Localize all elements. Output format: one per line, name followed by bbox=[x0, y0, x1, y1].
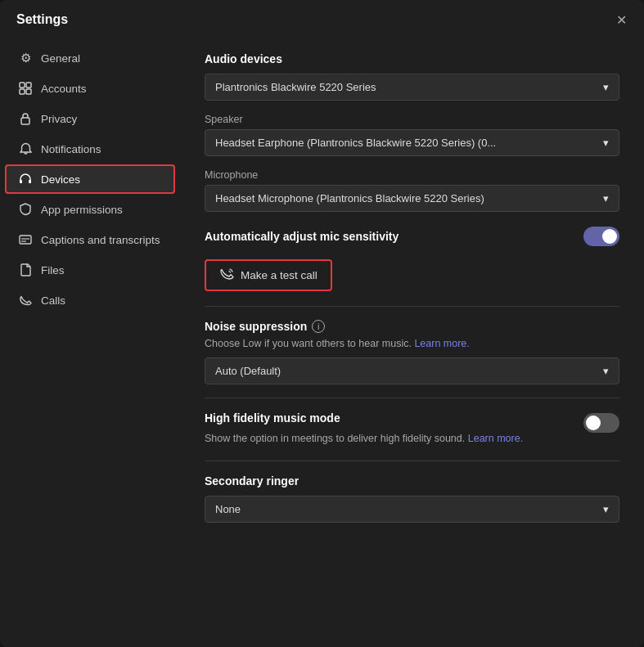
divider-3 bbox=[205, 461, 619, 461]
sidebar-item-general[interactable]: ⚙ General bbox=[5, 43, 175, 73]
divider-2 bbox=[205, 398, 619, 398]
secondary-ringer-title: Secondary ringer bbox=[205, 474, 619, 487]
sidebar-item-notifications[interactable]: Notifications bbox=[5, 134, 175, 164]
test-call-label: Make a test call bbox=[241, 269, 317, 281]
headset-icon bbox=[18, 172, 33, 186]
title-bar: Settings ✕ bbox=[0, 0, 644, 36]
hifi-sub-text: Show the option in meetings to deliver h… bbox=[205, 433, 574, 444]
speaker-section: Speaker Headset Earphone (Plantronics Bl… bbox=[205, 114, 619, 156]
noise-sub-text: Choose Low if you want others to hear mu… bbox=[205, 338, 619, 349]
sidebar-label-privacy: Privacy bbox=[41, 113, 77, 125]
hifi-toggle[interactable] bbox=[583, 413, 619, 433]
sidebar-item-devices[interactable]: Devices bbox=[5, 164, 175, 194]
noise-learn-more-link[interactable]: Learn more. bbox=[414, 338, 469, 349]
microphone-value: Headset Microphone (Plantronics Blackwir… bbox=[215, 192, 484, 204]
phone-icon bbox=[18, 293, 33, 308]
noise-suppression-section: Noise suppression i Choose Low if you wa… bbox=[205, 320, 619, 384]
svg-rect-1 bbox=[26, 83, 31, 88]
chevron-down-icon: ▾ bbox=[603, 503, 609, 515]
secondary-ringer-value: None bbox=[215, 503, 241, 515]
chevron-down-icon: ▾ bbox=[603, 192, 609, 204]
toggle-knob bbox=[602, 229, 617, 244]
file-icon bbox=[18, 263, 33, 277]
chevron-down-icon: ▾ bbox=[603, 137, 609, 149]
sidebar-item-privacy[interactable]: Privacy bbox=[5, 104, 175, 133]
chevron-down-icon: ▾ bbox=[603, 81, 609, 93]
sidebar-label-devices: Devices bbox=[41, 173, 80, 186]
sidebar-item-captions[interactable]: Captions and transcripts bbox=[5, 225, 175, 254]
test-call-button[interactable]: Make a test call bbox=[205, 259, 332, 291]
microphone-label: Microphone bbox=[205, 169, 619, 181]
content-area: ⚙ General Accounts bbox=[0, 36, 644, 647]
divider-1 bbox=[205, 306, 619, 307]
audio-devices-section: Audio devices Plantronics Blackwire 5220… bbox=[205, 52, 619, 101]
svg-rect-0 bbox=[20, 83, 25, 88]
hifi-learn-more-link[interactable]: Learn more. bbox=[468, 433, 523, 444]
sidebar-label-general: General bbox=[41, 52, 80, 65]
microphone-dropdown[interactable]: Headset Microphone (Plantronics Blackwir… bbox=[205, 185, 619, 212]
sidebar-label-calls: Calls bbox=[41, 294, 65, 307]
hifi-text: High fidelity music mode Show the option… bbox=[205, 411, 574, 452]
sidebar-label-files: Files bbox=[41, 264, 65, 276]
window-title: Settings bbox=[16, 12, 68, 27]
close-button[interactable]: ✕ bbox=[611, 10, 631, 29]
info-icon[interactable]: i bbox=[312, 320, 325, 333]
noise-value: Auto (Default) bbox=[215, 365, 281, 377]
lock-icon bbox=[18, 111, 33, 126]
noise-title-row: Noise suppression i bbox=[205, 320, 619, 333]
auto-mic-toggle[interactable] bbox=[583, 227, 619, 246]
microphone-section: Microphone Headset Microphone (Plantroni… bbox=[205, 169, 619, 212]
noise-suppression-title: Noise suppression bbox=[205, 320, 307, 333]
speaker-dropdown[interactable]: Headset Earphone (Plantronics Blackwire … bbox=[205, 129, 619, 156]
sidebar-item-accounts[interactable]: Accounts bbox=[5, 74, 175, 103]
svg-rect-3 bbox=[26, 89, 31, 94]
main-content: Audio devices Plantronics Blackwire 5220… bbox=[180, 36, 644, 647]
sidebar-item-calls[interactable]: Calls bbox=[5, 285, 175, 315]
sidebar: ⚙ General Accounts bbox=[0, 36, 180, 647]
bell-icon bbox=[18, 142, 33, 156]
speaker-label: Speaker bbox=[205, 114, 619, 125]
hifi-section: High fidelity music mode Show the option… bbox=[205, 411, 619, 452]
phone-wave-icon bbox=[219, 267, 234, 284]
captions-icon bbox=[18, 232, 33, 247]
audio-device-dropdown[interactable]: Plantronics Blackwire 5220 Series ▾ bbox=[205, 74, 619, 101]
svg-rect-7 bbox=[20, 236, 31, 244]
speaker-value: Headset Earphone (Plantronics Blackwire … bbox=[215, 137, 496, 149]
auto-mic-row: Automatically adjust mic sensitivity bbox=[205, 227, 619, 246]
sidebar-item-files[interactable]: Files bbox=[5, 255, 175, 285]
accounts-icon bbox=[18, 81, 33, 96]
noise-dropdown[interactable]: Auto (Default) ▾ bbox=[205, 357, 619, 384]
audio-devices-title: Audio devices bbox=[205, 52, 619, 65]
sidebar-label-captions: Captions and transcripts bbox=[41, 234, 160, 246]
hifi-row: High fidelity music mode Show the option… bbox=[205, 411, 619, 452]
secondary-ringer-dropdown[interactable]: None ▾ bbox=[205, 496, 619, 523]
secondary-ringer-section: Secondary ringer None ▾ bbox=[205, 474, 619, 523]
svg-rect-5 bbox=[20, 180, 22, 183]
sidebar-label-app-permissions: App permissions bbox=[41, 204, 123, 216]
gear-icon: ⚙ bbox=[18, 51, 33, 65]
svg-rect-6 bbox=[29, 180, 31, 183]
chevron-down-icon: ▾ bbox=[603, 365, 609, 377]
sidebar-label-notifications: Notifications bbox=[41, 143, 101, 155]
audio-device-value: Plantronics Blackwire 5220 Series bbox=[215, 81, 376, 93]
sidebar-label-accounts: Accounts bbox=[41, 83, 87, 95]
settings-window: Settings ✕ ⚙ General Account bbox=[0, 0, 644, 647]
hifi-title: High fidelity music mode bbox=[205, 411, 574, 425]
shield-icon bbox=[18, 202, 33, 217]
svg-rect-4 bbox=[21, 118, 29, 124]
svg-rect-2 bbox=[20, 89, 25, 94]
sidebar-item-app-permissions[interactable]: App permissions bbox=[5, 195, 175, 224]
hifi-toggle-knob bbox=[586, 416, 601, 430]
auto-mic-label: Automatically adjust mic sensitivity bbox=[205, 230, 399, 243]
